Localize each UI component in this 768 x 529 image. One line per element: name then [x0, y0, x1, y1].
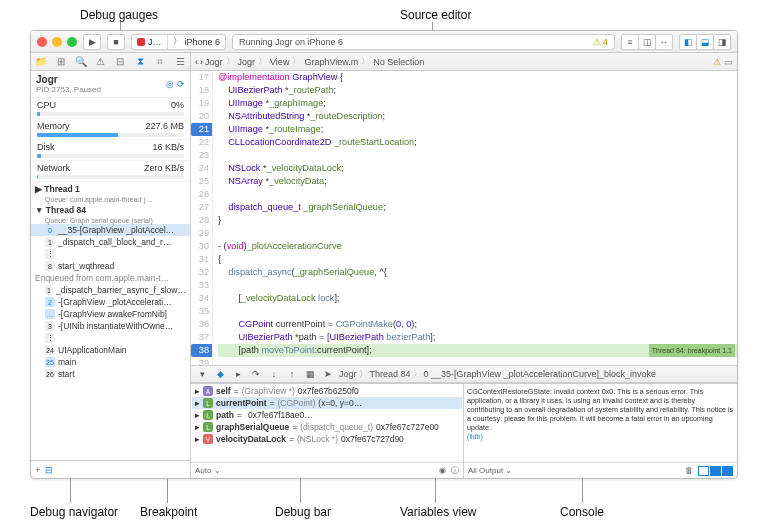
continue-icon[interactable]: ▸	[231, 369, 245, 379]
line-gutter[interactable]: 1718192021222324252627282930313233343536…	[191, 71, 213, 365]
code-line[interactable]	[218, 305, 737, 318]
stack-frame[interactable]: 3-[UINib instantiateWithOwne…	[31, 320, 190, 332]
stack-frame[interactable]: ⋮	[31, 248, 190, 260]
code-line[interactable]: NSArray *_velocityData;	[218, 175, 737, 188]
navigator-tab-7[interactable]: ☰	[170, 56, 190, 67]
code-line[interactable]: @implementation GraphView {	[218, 71, 737, 84]
step-over-icon[interactable]: ↷	[249, 369, 263, 379]
navigator-tab-4[interactable]: ⊟	[111, 56, 131, 67]
warning-badge[interactable]: ⚠︎ 4	[593, 37, 608, 47]
toggle-navigator-button[interactable]: ◧	[679, 34, 697, 50]
line-number[interactable]: 23	[191, 149, 209, 162]
version-editor-button[interactable]: ↔	[655, 34, 673, 50]
variable-row[interactable]: ▸LcurrentPoint = (CGPoint) (x=0, y=0…	[192, 397, 462, 409]
line-number[interactable]: 29	[191, 227, 209, 240]
jump-segment[interactable]: Jogr	[205, 57, 223, 67]
stack-frame[interactable]: 1_dispatch_call_block_and_r…	[31, 236, 190, 248]
step-into-icon[interactable]: ↓	[267, 369, 281, 379]
source-editor[interactable]: 1718192021222324252627282930313233343536…	[191, 71, 737, 365]
line-number[interactable]: 33	[191, 279, 209, 292]
thread-header[interactable]: ▶ Thread 1	[31, 182, 190, 196]
stack-frame[interactable]: 25main	[31, 356, 190, 368]
line-number[interactable]: 27	[191, 201, 209, 214]
step-out-icon[interactable]: ↑	[285, 369, 299, 379]
variable-row[interactable]: ▸Aself = (GraphView *) 0x7fe67b6250f0	[192, 385, 462, 397]
history-fwd-icon[interactable]: ›	[200, 57, 203, 67]
code-line[interactable]: CGPoint currentPoint = CGPointMake(0, 0)…	[218, 318, 737, 331]
clear-console-icon[interactable]: 🗑	[685, 466, 693, 475]
stack-frame[interactable]: 0__35-[GraphView _plotAccel…	[31, 224, 190, 236]
history-back-icon[interactable]: ‹	[195, 57, 198, 67]
code-line[interactable]: dispatch_async(_graphSerialQueue, ^{	[218, 266, 737, 279]
code-line[interactable]: UIImage *_routeImage;	[218, 123, 737, 136]
line-number[interactable]: 37	[191, 331, 209, 344]
standard-editor-button[interactable]: ≡	[621, 34, 639, 50]
line-number[interactable]: 38	[191, 344, 212, 357]
code-line[interactable]: UIBezierPath *path = [UIBezierPath bezie…	[218, 331, 737, 344]
navigator-tab-3[interactable]: ⚠︎	[91, 56, 111, 67]
gauge-network[interactable]: NetworkZero KB/s	[31, 161, 190, 182]
line-number[interactable]: 22	[191, 136, 209, 149]
line-number[interactable]: 17	[191, 71, 209, 84]
code-line[interactable]	[218, 227, 737, 240]
line-number[interactable]: 19	[191, 97, 209, 110]
hide-debug-icon[interactable]: ▾	[195, 369, 209, 379]
line-number[interactable]: 34	[191, 292, 209, 305]
code-line[interactable]: }	[218, 214, 737, 227]
code-line[interactable]: UIImage *_graphImage;	[218, 97, 737, 110]
code-line[interactable]: CLLocationCoordinate2D _routeStartLocati…	[218, 136, 737, 149]
stack-frame[interactable]: 24UIApplicationMain	[31, 344, 190, 356]
pane-toggle[interactable]	[698, 466, 733, 476]
toggle-utilities-button[interactable]: ◨	[713, 34, 731, 50]
navigator-tab-6[interactable]: ⌗	[150, 56, 170, 68]
view-hierarchy-icon[interactable]: ▦	[303, 369, 317, 379]
scheme-selector[interactable]: J… 〉iPhone 6	[131, 34, 226, 50]
navigator-tab-5[interactable]: ⧗	[130, 56, 150, 68]
stack-frame[interactable]: 8start_wqthread	[31, 260, 190, 272]
line-number[interactable]: 31	[191, 253, 209, 266]
variable-row[interactable]: ▸VvelocityDataLock = (NSLock *) 0x7fe67c…	[192, 433, 462, 445]
console-output[interactable]: CGContextRestoreGState: invalid context …	[464, 384, 737, 462]
assistant-editor-button[interactable]: ◫	[638, 34, 656, 50]
gauge-cpu[interactable]: CPU0%	[31, 98, 190, 119]
toggle-debug-button[interactable]: ⬓	[696, 34, 714, 50]
close-icon[interactable]	[37, 37, 47, 47]
line-number[interactable]: 25	[191, 175, 209, 188]
view-process-icon[interactable]: ◎	[166, 79, 174, 89]
navigator-tab-1[interactable]: ⊞	[51, 56, 71, 67]
minimize-icon[interactable]	[52, 37, 62, 47]
jump-segment[interactable]: GraphView.m	[304, 57, 358, 67]
run-button[interactable]: ▶	[83, 34, 101, 50]
code-line[interactable]: NSAttributedString *_routeDescription;	[218, 110, 737, 123]
variables-scope-selector[interactable]: Auto ⌄	[195, 466, 221, 475]
line-number[interactable]: 20	[191, 110, 209, 123]
line-number[interactable]: 21	[191, 123, 212, 136]
debug-crumb[interactable]: Jogr 〉 Thread 84 〉 0 __35-[GraphView _pl…	[339, 368, 733, 381]
navigator-tab-2[interactable]: 🔍	[71, 56, 91, 67]
jump-bar[interactable]: ‹ › Jogr〉Jogr〉View〉GraphView.m〉No Select…	[191, 53, 737, 70]
console-filter-selector[interactable]: All Output ⌄	[468, 466, 512, 475]
warning-icon[interactable]: ⚠︎	[713, 57, 721, 67]
code-line[interactable]	[218, 149, 737, 162]
print-description-icon[interactable]: ⓘ	[451, 465, 459, 476]
code-line[interactable]: {	[218, 253, 737, 266]
code-line[interactable]: dispatch_queue_t _graphSerialQueue;	[218, 201, 737, 214]
quicklook-icon[interactable]: ◉	[439, 466, 446, 475]
line-number[interactable]: 35	[191, 305, 209, 318]
filter-input[interactable]	[58, 465, 186, 474]
line-number[interactable]: 26	[191, 188, 209, 201]
gauge-disk[interactable]: Disk16 KB/s	[31, 140, 190, 161]
line-number[interactable]: 32	[191, 266, 209, 279]
code-line[interactable]	[218, 188, 737, 201]
code-line[interactable]: UIBezierPath *_routePath;	[218, 84, 737, 97]
add-icon[interactable]: +	[35, 465, 40, 475]
code-line[interactable]: [_velocityDataLock lock];	[218, 292, 737, 305]
stack-frame[interactable]: 26start	[31, 368, 190, 380]
variable-row[interactable]: ▸LgraphSerialQueue = (dispatch_queue_t) …	[192, 421, 462, 433]
line-number[interactable]: 30	[191, 240, 209, 253]
code-line[interactable]: [path moveToPoint:currentPoint];	[218, 344, 737, 357]
line-number[interactable]: 28	[191, 214, 209, 227]
stop-button[interactable]: ■	[107, 34, 125, 50]
jump-segment[interactable]: Jogr	[238, 57, 256, 67]
code-line[interactable]: NSLock *_velocityDataLock;	[218, 162, 737, 175]
